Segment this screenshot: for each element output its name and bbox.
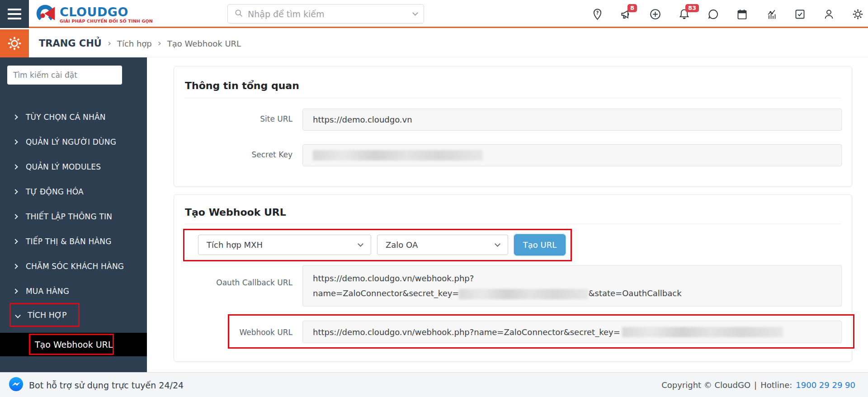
user-profile-icon[interactable] <box>823 8 835 20</box>
webhook-url-value: https://demo.cloudgo.vn/webhook.php?name… <box>313 327 620 337</box>
search-icon <box>234 9 243 19</box>
chevron-right-icon <box>13 214 18 219</box>
redacted-webhook-secret <box>622 327 783 337</box>
site-url-label: Site URL <box>174 114 292 123</box>
cloudgo-logo-icon <box>35 3 56 26</box>
chevron-down-icon <box>358 241 363 247</box>
sidebar-subitem-create-webhook-url[interactable]: Tạo Webhook URL <box>29 334 114 355</box>
chevron-right-icon <box>13 288 18 293</box>
breadcrumb-bar: TRANG CHỦ › Tích hợp › Tạo Webhook URL <box>0 29 868 57</box>
overview-card-title: Thông tin tổng quan <box>185 80 299 91</box>
reports-chart-icon[interactable] <box>765 8 777 20</box>
settings-gear-icon[interactable] <box>852 8 864 20</box>
page-footer: Bot hỗ trợ sử dụng trực tuyến 24/24 Copy… <box>0 372 868 397</box>
sidebar-item-marketing-sales[interactable]: TIẾP THỊ & BÁN HÀNG <box>0 229 147 254</box>
sidebar-item-user-management[interactable]: QUẢN LÝ NGƯỜI DÙNG <box>0 129 147 154</box>
oauth-url-line1: https://demo.cloudgo.vn/webhook.php? <box>313 271 474 286</box>
redacted-secret-key <box>313 150 483 161</box>
chevron-right-icon <box>13 239 18 244</box>
chevron-right-icon <box>13 264 18 269</box>
white-gear-icon <box>6 35 23 52</box>
sidebar-search-input[interactable] <box>7 66 122 85</box>
footer-support: Bot hỗ trợ sử dụng trực tuyến 24/24 <box>9 373 184 397</box>
breadcrumb-level1-link[interactable]: Tích hợp <box>117 39 152 48</box>
breadcrumb-separator-icon: › <box>108 38 111 48</box>
oauth-url-line2: name=ZaloConnector&secret_key=&state=Oau… <box>313 286 682 301</box>
channel-dropdown[interactable]: Zalo OA <box>377 235 508 255</box>
quick-add-icon[interactable] <box>649 8 661 20</box>
webhook-card-title: Tạo Webhook URL <box>185 207 286 218</box>
oauth-callback-url-field[interactable]: https://demo.cloudgo.vn/webhook.php? nam… <box>302 265 842 307</box>
chevron-right-icon <box>13 189 18 194</box>
webhook-card: Tạo Webhook URL Tích hợp MXH Zalo OA Tạo… <box>174 194 852 362</box>
overview-card: Thông tin tổng quan Site URL https://dem… <box>174 66 852 187</box>
secret-key-label: Secret Key <box>174 150 292 159</box>
breadcrumb-separator-icon: › <box>158 38 161 48</box>
sidebar-item-automation[interactable]: TỰ ĐỘNG HÓA <box>0 179 147 204</box>
notifications-bell-icon[interactable]: 83 <box>678 8 690 20</box>
site-url-field[interactable]: https://demo.cloudgo.vn <box>302 109 842 131</box>
global-search-input[interactable] <box>248 9 413 19</box>
settings-module-button[interactable] <box>0 29 29 57</box>
sidebar-item-integration-expanded[interactable]: TÍCH HỢP <box>9 303 80 327</box>
oauth-callback-url-label: Oauth Callback URL <box>174 278 292 287</box>
chat-icon[interactable] <box>707 8 719 20</box>
notifications-badge: 83 <box>685 4 699 12</box>
top-header: CLOUDGO GIẢI PHÁP CHUYỂN ĐỔI SỐ TINH GỌN… <box>0 0 868 28</box>
chevron-down-icon <box>15 312 21 318</box>
footer-support-text: Bot hỗ trợ sử dụng trực tuyến 24/24 <box>29 380 184 390</box>
chevron-right-icon <box>13 164 18 169</box>
secret-key-field[interactable] <box>302 144 842 166</box>
header-icon-row: ? 8 83 <box>591 0 864 28</box>
redacted-oauth-secret <box>459 289 588 299</box>
cloudgo-settings-page: CLOUDGO GIẢI PHÁP CHUYỂN ĐỔI SỐ TINH GỌN… <box>0 0 868 397</box>
cloudgo-logo[interactable]: CLOUDGO GIẢI PHÁP CHUYỂN ĐỔI SỐ TINH GỌN <box>35 3 153 26</box>
chevron-down-icon <box>495 241 500 247</box>
sidebar-active-item-bar: Tạo Webhook URL <box>0 333 147 356</box>
divider <box>185 98 841 98</box>
svg-text:?: ? <box>596 10 599 15</box>
main-content: Thông tin tổng quan Site URL https://dem… <box>147 57 868 372</box>
sidebar-item-customer-care[interactable]: CHĂM SÓC KHÁCH HÀNG <box>0 254 147 279</box>
sidebar-item-personal-options[interactable]: TÙY CHỌN CÁ NHÂN <box>0 104 147 129</box>
sidebar-item-module-management[interactable]: QUẢN LÝ MODULES <box>0 154 147 179</box>
webhook-url-field[interactable]: https://demo.cloudgo.vn/webhook.php?name… <box>302 321 842 343</box>
calendar-icon[interactable] <box>736 8 748 20</box>
copyright-text: Copyright © CloudGO <box>661 380 750 390</box>
footer-copyright: Copyright © CloudGO | Hotline: 1900 29 2… <box>661 373 855 397</box>
breadcrumb: TRANG CHỦ › Tích hợp › Tạo Webhook URL <box>39 29 241 57</box>
hamburger-menu-button[interactable] <box>0 0 29 28</box>
global-search[interactable] <box>227 4 424 24</box>
integration-type-dropdown[interactable]: Tích hợp MXH <box>198 235 371 255</box>
site-url-value: https://demo.cloudgo.vn <box>313 115 412 124</box>
hotline-label: Hotline: <box>760 380 792 390</box>
search-scope-chevron-icon[interactable] <box>412 10 418 16</box>
announcements-icon[interactable]: 8 <box>620 8 632 20</box>
webhook-url-label: Webhook URL <box>174 328 292 337</box>
brand-name: CLOUDGO <box>60 6 153 19</box>
tasks-checkbox-icon[interactable] <box>794 8 806 20</box>
messenger-icon[interactable] <box>9 377 23 393</box>
sidebar-item-info-setup[interactable]: THIẾT LẬP THÔNG TIN <box>0 204 147 229</box>
create-url-button[interactable]: Tạo URL <box>514 234 566 255</box>
hotline-number-link[interactable]: 1900 29 29 90 <box>796 380 855 390</box>
breadcrumb-home-link[interactable]: TRANG CHỦ <box>39 38 102 49</box>
logo-text: CLOUDGO GIẢI PHÁP CHUYỂN ĐỔI SỐ TINH GỌN <box>60 6 153 24</box>
chevron-right-icon <box>13 114 18 119</box>
breadcrumb-current-page: Tạo Webhook URL <box>167 39 241 48</box>
sidebar-item-purchasing[interactable]: MUA HÀNG <box>0 279 147 303</box>
divider <box>185 224 841 224</box>
settings-sidebar: TÙY CHỌN CÁ NHÂN QUẢN LÝ NGƯỜI DÙNG QUẢN… <box>0 57 147 372</box>
chevron-right-icon <box>13 139 18 144</box>
brand-tagline: GIẢI PHÁP CHUYỂN ĐỔI SỐ TINH GỌN <box>60 19 153 24</box>
announcements-badge: 8 <box>627 4 637 12</box>
footer-separator: | <box>754 380 757 390</box>
location-help-icon[interactable]: ? <box>591 8 604 20</box>
